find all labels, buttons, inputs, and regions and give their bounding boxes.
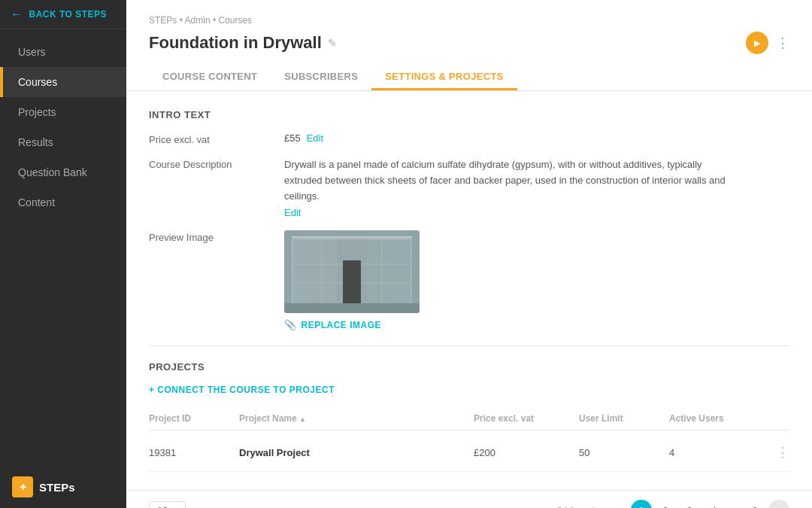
- connect-course-button[interactable]: + CONNECT THE COURSE TO PROJECT: [149, 385, 335, 395]
- sidebar-item-question-bank[interactable]: Question Bank: [0, 157, 126, 187]
- price-value: £55: [284, 132, 301, 144]
- description-field-row: Course Description Drywall is a panel ma…: [149, 157, 789, 218]
- cell-user-limit: 50: [579, 447, 669, 458]
- preview-image-label: Preview Image: [149, 230, 284, 243]
- section-divider: [149, 345, 789, 346]
- col-active-users: Active Users: [669, 413, 759, 424]
- page-2-button[interactable]: 2: [655, 500, 676, 508]
- table-header: Project ID Project Name Price excl. vat …: [149, 407, 789, 430]
- preview-image-group: 📎 REPLACE IMAGE: [284, 230, 420, 330]
- cell-active-users: 4: [669, 447, 759, 458]
- page-header: STEPs • Admin • Courses Foundation in Dr…: [126, 0, 812, 91]
- main-content: STEPs • Admin • Courses Foundation in Dr…: [126, 0, 812, 508]
- projects-section-title: PROJECTS: [149, 361, 789, 373]
- price-field-row: Price excl. vat £55 Edit: [149, 132, 789, 145]
- page-4-button[interactable]: 4: [703, 500, 724, 508]
- svg-rect-16: [284, 303, 420, 313]
- replace-image-button[interactable]: 📎 REPLACE IMAGE: [284, 319, 420, 330]
- edit-title-icon[interactable]: ✎: [328, 37, 337, 49]
- tab-subscribers[interactable]: Subscribers: [271, 65, 371, 90]
- cell-project-name: Drywall Project: [239, 447, 474, 458]
- page-prev-button[interactable]: ‹: [607, 500, 628, 508]
- svg-rect-6: [292, 239, 337, 303]
- intro-section-title: INTRO TEXT: [149, 109, 789, 120]
- row-menu-button[interactable]: ⋮: [759, 444, 789, 461]
- page-next-button[interactable]: ›: [768, 500, 789, 508]
- per-page-select[interactable]: 10 25 50: [149, 501, 186, 508]
- sidebar-footer: ✦ STEPs: [0, 466, 126, 508]
- svg-rect-9: [343, 260, 361, 303]
- col-user-limit: User Limit: [579, 413, 669, 424]
- description-text: Drywall is a panel made of calcium sulfa…: [284, 157, 735, 204]
- cell-project-id: 19381: [149, 447, 239, 458]
- sidebar-item-projects[interactable]: Projects: [0, 97, 126, 127]
- col-actions: [759, 413, 789, 424]
- cell-price: £200: [474, 447, 579, 458]
- per-page-group: 10 25 50 per page: [149, 501, 230, 508]
- sidebar-item-results[interactable]: Results: [0, 127, 126, 157]
- page-1-button[interactable]: 1: [631, 500, 652, 508]
- header-actions: ▶ ⋮: [746, 32, 789, 54]
- tab-settings-projects[interactable]: Settings & Projects: [371, 65, 517, 90]
- back-to-steps-label: BACK TO STEPS: [29, 9, 108, 20]
- sidebar-nav: Users Courses Projects Results Question …: [0, 29, 126, 466]
- tab-course-content[interactable]: Course Content: [149, 65, 271, 90]
- per-page-label: per page: [192, 505, 230, 508]
- sidebar-item-content[interactable]: Content: [0, 187, 126, 217]
- col-price: Price excl. vat: [474, 413, 579, 424]
- title-row: Foundation in Drywall ✎ ▶ ⋮: [149, 32, 789, 54]
- page-3-button[interactable]: 3: [679, 500, 700, 508]
- col-project-id: Project ID: [149, 413, 239, 424]
- projects-header-row: + CONNECT THE COURSE TO PROJECT: [149, 385, 789, 395]
- content-area: STEPs • Admin • Courses Foundation in Dr…: [126, 0, 812, 508]
- table-row: 19381 Drywall Project £200 50 4 ⋮: [149, 433, 789, 472]
- page-9-button[interactable]: 9: [744, 500, 765, 508]
- svg-rect-3: [292, 236, 412, 237]
- replace-image-label: REPLACE IMAGE: [301, 320, 382, 330]
- price-value-group: £55 Edit: [284, 132, 789, 144]
- body-content: INTRO TEXT Price excl. vat £55 Edit Cour…: [126, 91, 812, 490]
- description-edit-link[interactable]: Edit: [284, 207, 789, 218]
- sidebar-item-courses[interactable]: Courses: [0, 67, 126, 97]
- tabs: Course Content Subscribers Settings & Pr…: [149, 65, 789, 90]
- found-text: 84 found: [557, 505, 595, 508]
- page-title: Foundation in Drywall: [149, 33, 322, 53]
- pagination: 84 found ‹ 1 2 3 4 ... 9 ›: [557, 500, 789, 508]
- description-value-group: Drywall is a panel made of calcium sulfa…: [284, 157, 789, 218]
- footer: 10 25 50 per page 84 found ‹ 1 2 3 4 ...…: [126, 490, 812, 508]
- svg-rect-8: [367, 239, 412, 303]
- back-to-steps-button[interactable]: ← BACK TO STEPS: [0, 0, 126, 29]
- drywall-image: [284, 230, 420, 313]
- preview-image-field-row: Preview Image: [149, 230, 789, 330]
- back-arrow-icon: ←: [11, 8, 23, 21]
- page-ellipsis: ...: [727, 505, 741, 508]
- connect-label: + CONNECT THE COURSE TO PROJECT: [149, 385, 335, 395]
- price-label: Price excl. vat: [149, 132, 284, 145]
- price-edit-link[interactable]: Edit: [307, 132, 323, 144]
- play-button[interactable]: ▶: [746, 32, 768, 54]
- breadcrumb: STEPs • Admin • Courses: [149, 15, 789, 26]
- col-project-name[interactable]: Project Name: [239, 413, 474, 424]
- sidebar: ← BACK TO STEPS Users Courses Projects R…: [0, 0, 126, 508]
- more-options-button[interactable]: ⋮: [776, 36, 789, 50]
- page-title-group: Foundation in Drywall ✎: [149, 33, 337, 53]
- sidebar-item-users[interactable]: Users: [0, 37, 126, 67]
- description-label: Course Description: [149, 157, 284, 170]
- clip-icon: 📎: [284, 319, 297, 330]
- preview-image-container: [284, 230, 420, 313]
- steps-logo-icon: ✦: [12, 476, 33, 497]
- steps-logo-text: STEPs: [39, 481, 75, 494]
